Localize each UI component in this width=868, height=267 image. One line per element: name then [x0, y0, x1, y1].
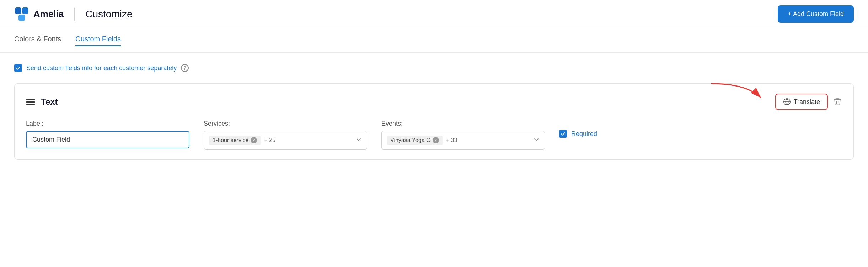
drag-handle-icon[interactable] — [26, 99, 35, 105]
services-tag-close[interactable]: × — [251, 137, 257, 143]
services-dropdown-arrow[interactable] — [355, 136, 362, 144]
send-custom-fields-checkbox[interactable] — [14, 64, 22, 72]
delete-button[interactable] — [833, 97, 842, 106]
svg-rect-5 — [22, 7, 28, 14]
events-dropdown-arrow[interactable] — [533, 136, 540, 144]
services-tag-text: 1-hour service — [213, 137, 248, 143]
amelia-logo-icon — [14, 7, 29, 22]
services-field-label: Services: — [204, 120, 367, 127]
page-title: Customize — [85, 9, 132, 20]
events-field-label: Events: — [381, 120, 545, 127]
logo-area: Amelia — [14, 7, 64, 22]
header-divider — [74, 8, 75, 21]
translate-label: Translate — [794, 98, 820, 106]
label-text-input[interactable] — [26, 131, 189, 148]
events-tag-count: + 33 — [446, 137, 457, 143]
required-label[interactable]: Required — [571, 130, 597, 138]
services-field-group: Services: 1-hour service × + 25 — [204, 120, 367, 150]
chevron-down-icon — [355, 136, 362, 143]
chevron-down-icon — [533, 136, 540, 143]
fields-row: Label: Services: 1-hour service × + 25 — [26, 120, 842, 150]
translate-icon — [783, 98, 791, 106]
checkmark-icon — [16, 66, 21, 70]
add-custom-field-button[interactable]: + Add Custom Field — [778, 5, 854, 23]
help-icon[interactable]: ? — [181, 64, 189, 72]
services-select[interactable]: 1-hour service × + 25 — [204, 131, 367, 150]
events-tag: Vinyasa Yoga C × — [387, 136, 443, 145]
svg-rect-4 — [15, 7, 21, 14]
header: Amelia Customize + Add Custom Field — [0, 0, 868, 28]
card-actions: Translate — [775, 94, 842, 110]
content-area: Send custom fields info for each custome… — [0, 53, 868, 171]
services-tag-count: + 25 — [264, 137, 275, 143]
tab-custom-fields[interactable]: Custom Fields — [75, 35, 121, 46]
send-custom-fields-label[interactable]: Send custom fields info for each custome… — [26, 64, 177, 72]
custom-field-card: Text Translate — [14, 83, 854, 160]
events-tag-close[interactable]: × — [433, 137, 439, 143]
required-checkbox[interactable] — [559, 130, 567, 138]
tab-colors-fonts[interactable]: Colors & Fonts — [14, 35, 61, 46]
events-field-group: Events: Vinyasa Yoga C × + 33 — [381, 120, 545, 150]
events-tag-text: Vinyasa Yoga C — [390, 137, 430, 143]
trash-icon — [833, 97, 842, 106]
translate-button[interactable]: Translate — [775, 94, 828, 110]
label-field-group: Label: — [26, 120, 189, 148]
tabs-container: Colors & Fonts Custom Fields — [0, 28, 868, 53]
card-header: Text Translate — [26, 94, 842, 110]
header-left: Amelia Customize — [14, 7, 133, 22]
card-title-area: Text — [26, 97, 58, 107]
required-checkmark-icon — [561, 131, 566, 136]
required-area: Required — [559, 130, 597, 138]
logo-text: Amelia — [33, 9, 64, 20]
svg-rect-6 — [18, 15, 25, 21]
events-select[interactable]: Vinyasa Yoga C × + 33 — [381, 131, 545, 150]
send-custom-fields-row: Send custom fields info for each custome… — [14, 64, 854, 72]
label-field-label: Label: — [26, 120, 189, 127]
services-tag: 1-hour service × — [209, 136, 261, 145]
card-type-title: Text — [41, 97, 58, 107]
